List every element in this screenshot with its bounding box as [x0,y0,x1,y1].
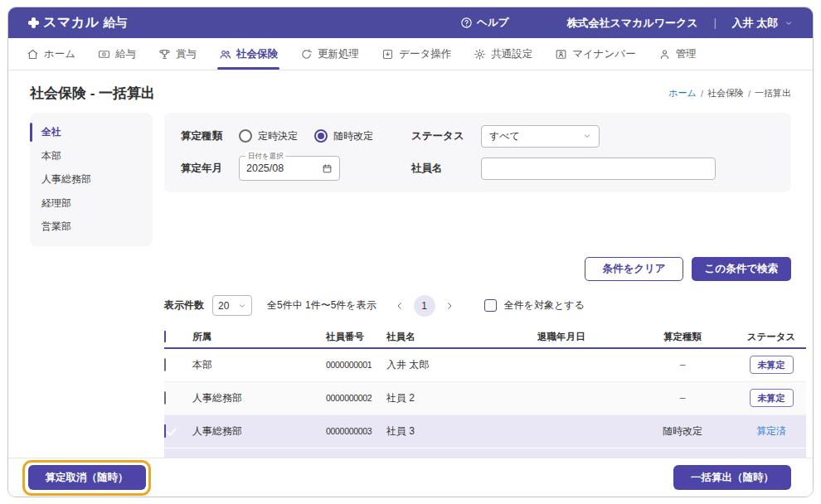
table-row: 人事総務部0000000003社員 3随時改定算定済 [164,415,806,448]
header-divider: ｜ [710,16,721,31]
radio-label: 随時改定 [333,129,373,143]
nav-item-label: データ操作 [399,47,451,61]
sidebar-item-2[interactable]: 本部 [30,144,153,168]
nav-item-label: マイナンバー [572,47,635,61]
top-area: 全社本部人事総務部経理部営業部 算定種類 定時決定随時改定 ステータス すべて … [30,113,791,246]
nav-item-people[interactable]: 社会保険 [219,38,278,70]
cell-employee-name: 社員 2 [386,391,537,405]
page-number-button[interactable]: 1 [414,295,435,317]
header-checkbox[interactable] [164,331,166,342]
row-checkbox[interactable] [164,358,166,371]
page-head: 社会保険 - 一括算出 ホーム/社会保険/一括算出 [8,70,813,113]
cell-department: 本部 [192,358,326,372]
row-checkbox[interactable] [164,424,166,438]
annotation-highlight-ring: 算定取消（随時） [22,460,151,496]
help-icon [460,17,473,29]
status-badge[interactable]: 未算定 [750,356,794,374]
status-select[interactable]: すべて [481,125,600,148]
breadcrumb-item[interactable]: ホーム [668,87,697,99]
chevron-down-icon [238,302,246,310]
calendar-icon[interactable] [322,163,333,174]
row-checkbox[interactable] [164,391,166,405]
nav-item-home[interactable]: ホーム [27,38,75,70]
page-content: 全社本部人事総務部経理部営業部 算定種類 定時決定随時改定 ステータス すべて … [8,113,813,497]
select-all-label: 全件を対象とする [504,298,585,313]
department-sidebar: 全社本部人事総務部経理部営業部 [30,113,153,246]
help-label: ヘルプ [477,16,508,30]
nav-item-bonus[interactable]: 賞与 [158,38,197,70]
page-size-select[interactable]: 20 [212,295,252,316]
chevron-down-icon [785,19,793,27]
next-page-button[interactable] [445,301,454,311]
radio-button[interactable] [314,129,328,143]
page-size-value: 20 [218,300,229,312]
sidebar-item-3[interactable]: 人事総務部 [30,167,153,191]
calc-month-col: 日付を選択 2025/08 [239,156,411,181]
clear-conditions-button[interactable]: 条件をクリア [585,257,683,281]
calc-month-input[interactable]: 日付を選択 2025/08 [239,156,340,181]
employee-name-input[interactable] [481,158,716,180]
filter-row-1: 算定種類 定時決定随時改定 ステータス すべて [181,124,775,148]
search-button[interactable]: この条件で検索 [692,257,791,281]
calc-type-option[interactable]: 定時決定 [239,129,298,143]
cell-department: 人事総務部 [192,391,326,405]
nav-item-label: 共通設定 [491,47,532,61]
column-header: 退職年月日 [537,331,629,343]
employee-name-label: 社員名 [411,162,481,176]
filter-actions: 条件をクリア この条件で検索 [30,257,791,281]
nav-item-idcard[interactable]: マイナンバー [555,38,635,70]
sidebar-item-5[interactable]: 営業部 [30,215,153,239]
cell-status: 未算定 [736,356,806,374]
column-header: 社員名 [386,331,537,343]
footer-bar: 算定取消（随時） 一括算出（随時） [8,458,813,497]
nav-item-label: 管理 [676,47,697,61]
nav-item-person[interactable]: 管理 [658,38,697,70]
select-all-control[interactable]: 全件を対象とする [484,298,585,313]
column-header: 社員番号 [326,331,386,343]
status-select-value: すべて [489,129,520,143]
cell-employee-number: 0000000001 [326,360,386,370]
cell-calc-type: 随時改定 [629,424,736,439]
person-icon [658,48,671,61]
column-header: ステータス [736,331,806,343]
calc-month-label: 算定年月 [181,162,239,176]
radio-button[interactable] [239,129,252,143]
row-checkbox-cell [164,392,192,404]
cell-status: 未算定 [736,389,806,407]
nav-item-refresh[interactable]: 更新処理 [300,38,359,70]
calc-type-option[interactable]: 随時改定 [314,129,373,143]
sidebar-item-4[interactable]: 経理部 [30,191,153,216]
app-window: スマカル 給与 ヘルプ 株式会社スマカルワークス ｜ 入井 太郎 ホーム給与賞与… [7,7,814,497]
cancel-calculation-button[interactable]: 算定取消（随時） [28,465,146,490]
nav-item-payroll[interactable]: 給与 [98,38,136,70]
logo-product-text: 給与 [104,15,128,31]
nav-item-data[interactable]: データ操作 [381,38,451,70]
chevron-down-icon [583,132,591,140]
status-badge[interactable]: 未算定 [750,389,794,407]
breadcrumb-item: 社会保険 [707,87,744,99]
filter-panel: 算定種類 定時決定随時改定 ステータス すべて 算定年月 日付を選択 2025/… [164,113,791,192]
breadcrumb-separator: / [748,89,751,99]
user-menu[interactable]: 入井 太郎 [731,16,793,31]
breadcrumb-item: 一括算出 [755,87,791,99]
select-all-checkbox[interactable] [484,299,497,312]
data-icon [381,48,394,61]
pagination: 1 [395,295,454,317]
nav-item-label: 給与 [115,47,136,61]
calc-type-label: 算定種類 [181,129,239,143]
prev-page-button[interactable] [395,301,405,311]
nav-item-gear[interactable]: 共通設定 [474,38,532,70]
user-name: 入井 太郎 [731,16,778,31]
status-label: ステータス [411,129,481,143]
row-checkbox-cell [164,359,192,371]
cell-calc-type: – [629,359,736,371]
company-name: 株式会社スマカルワークス [567,16,698,31]
list-controls: 表示件数 20 全5件中 1件〜5件を表示 1 全件を対象とする [164,295,791,317]
gear-icon [474,48,486,61]
status-link[interactable]: 算定済 [756,425,786,437]
column-header: 所属 [192,331,326,343]
sidebar-item-1[interactable]: 全社 [30,120,153,144]
bulk-calculation-button[interactable]: 一括算出（随時） [673,465,791,490]
help-button[interactable]: ヘルプ [460,16,508,30]
logo-brand-text: スマカル [43,14,100,32]
